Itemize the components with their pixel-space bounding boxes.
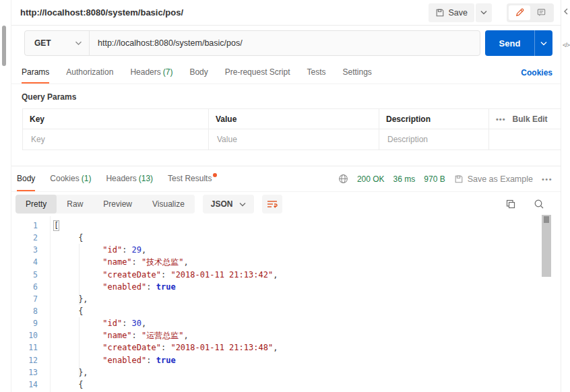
request-tabs: ParamsAuthorizationHeaders(7)BodyPre-req… [11, 62, 561, 84]
cookies-link[interactable]: Cookies [521, 68, 552, 77]
code-icon[interactable]: </> [563, 42, 569, 48]
tab-label: Headers [106, 174, 136, 183]
globe-icon [338, 174, 348, 184]
description-input[interactable] [386, 134, 482, 145]
wrap-text-button[interactable] [262, 195, 282, 214]
tab-body[interactable]: Body [189, 62, 208, 84]
tab-headers[interactable]: Headers(13) [106, 166, 153, 191]
value-input[interactable] [216, 134, 372, 145]
tab-label: Authorization [66, 67, 113, 77]
tab-authorization[interactable]: Authorization [66, 62, 113, 84]
indent-guide [79, 244, 80, 305]
key-input[interactable] [30, 134, 201, 145]
code-line: 10 "name": "运营总监", [11, 329, 561, 341]
view-mode-visualize[interactable]: Visualize [142, 195, 195, 214]
search-icon[interactable] [534, 199, 544, 209]
line-content: "name": "运营总监", [38, 330, 189, 341]
response-header: BodyCookies(1)Headers(13)Test Results 20… [11, 166, 561, 192]
send-button[interactable]: Send [485, 30, 552, 56]
save-icon [435, 8, 445, 18]
method-select[interactable]: GET [25, 31, 90, 55]
tab-settings[interactable]: Settings [343, 62, 372, 84]
left-rail [0, 0, 11, 392]
view-mode-preview[interactable]: Preview [93, 195, 142, 214]
status-badge[interactable]: 200 OK [357, 174, 385, 184]
save-button[interactable]: Save [429, 3, 475, 22]
response-panel: BodyCookies(1)Headers(13)Test Results 20… [11, 166, 561, 385]
response-viewer-toolbar: PrettyRawPreviewVisualize JSON [11, 192, 561, 216]
tab-headers[interactable]: Headers(7) [130, 62, 172, 84]
send-options-chevron-icon[interactable] [534, 30, 552, 56]
view-mode-pretty[interactable]: Pretty [15, 195, 57, 214]
tab-label: Settings [343, 67, 372, 77]
code-line: 12 "enabled": true [11, 354, 561, 366]
code-line: 9 "id": 30, [11, 317, 561, 329]
tab-test-results[interactable]: Test Results [168, 166, 217, 191]
line-number: 1 [11, 221, 38, 230]
save-as-example-button[interactable]: Save as Example [454, 174, 533, 184]
collapse-chevron-icon[interactable] [563, 7, 569, 16]
tab-count-badge: (13) [139, 174, 153, 183]
tab-label: Params [22, 67, 49, 77]
more-dots-icon[interactable]: ••• [496, 115, 506, 123]
line-number: 5 [11, 270, 38, 280]
table-header-row: Key Value Description ••• Bulk Edit [22, 108, 561, 129]
request-bar: GET Send [11, 26, 561, 62]
save-options-button[interactable] [476, 3, 492, 22]
bulk-edit-button[interactable]: Bulk Edit [513, 115, 548, 124]
line-number: 12 [11, 356, 38, 365]
tab-count-badge: (1) [82, 174, 92, 183]
response-body-viewer[interactable]: 1[2 {3 "id": 29,4 "name": "技术总监",5 "crea… [11, 216, 561, 385]
more-options-icon[interactable]: ••• [542, 175, 552, 183]
tab-cookies[interactable]: Cookies(1) [50, 166, 91, 191]
line-content: { [38, 233, 83, 242]
chevron-down-icon [239, 202, 246, 207]
method-label: GET [34, 38, 75, 48]
line-content: }, [38, 368, 88, 377]
format-select[interactable]: JSON [203, 195, 254, 214]
wrap-text-icon [267, 199, 278, 209]
tab-label: Pre-request Script [225, 67, 290, 77]
editor-scrollbar-thumb[interactable] [542, 215, 551, 277]
line-number: 13 [11, 368, 38, 377]
query-params-table: Key Value Description ••• Bulk Edit [22, 108, 561, 150]
response-size[interactable]: 970 B [424, 174, 445, 184]
indent-guide [79, 317, 80, 379]
line-content: }, [38, 294, 88, 304]
code-line: 7 }, [11, 293, 561, 305]
line-number: 11 [11, 343, 38, 352]
view-mode-raw[interactable]: Raw [57, 195, 93, 214]
tab-label: Headers [130, 67, 160, 77]
line-number: 3 [11, 245, 38, 255]
code-line: 8 { [11, 305, 561, 317]
line-number: 14 [11, 380, 38, 389]
request-topbar: http://localhost:8080/system/basic/pos/ … [11, 0, 561, 26]
left-scrollbar-thumb[interactable] [2, 26, 6, 66]
save-icon [454, 174, 464, 184]
save-as-example-label: Save as Example [468, 174, 533, 184]
line-number: 6 [11, 282, 38, 292]
line-content: "id": 30, [38, 319, 146, 328]
line-number: 10 [11, 331, 38, 340]
save-button-label: Save [449, 8, 468, 18]
gutter-divider [50, 216, 51, 392]
line-content: "createDate": "2018-01-11 21:13:42", [38, 270, 278, 280]
tab-params[interactable]: Params [22, 62, 49, 84]
response-time[interactable]: 36 ms [393, 174, 416, 184]
comment-mode-button[interactable] [530, 5, 552, 20]
url-input[interactable] [90, 38, 480, 48]
tab-body[interactable]: Body [17, 166, 35, 191]
value-column-header: Value [208, 108, 379, 129]
tab-pre-request-script[interactable]: Pre-request Script [225, 62, 290, 84]
code-line: 1[ [11, 220, 561, 232]
send-button-label: Send [485, 30, 534, 56]
tab-tests[interactable]: Tests [307, 62, 325, 84]
request-title: http://localhost:8080/system/basic/pos/ [20, 7, 183, 18]
line-content: "enabled": true [38, 356, 176, 365]
edit-mode-button[interactable] [509, 5, 530, 20]
unsaved-dot-indicator [213, 173, 217, 177]
tab-label: Tests [307, 67, 325, 77]
code-line: 2 { [11, 232, 561, 244]
line-content: { [38, 380, 83, 389]
copy-icon[interactable] [505, 199, 516, 209]
